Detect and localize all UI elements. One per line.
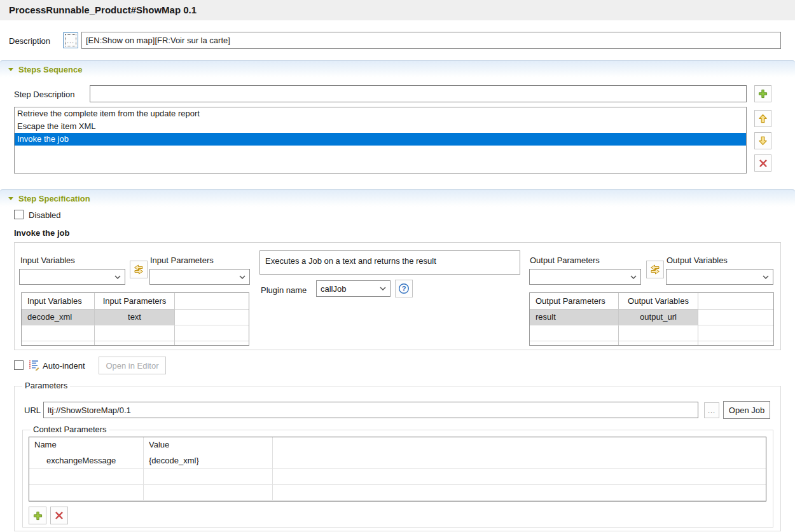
url-input[interactable] xyxy=(43,402,698,418)
step-list-item[interactable]: Escape the item XML xyxy=(15,120,746,133)
input-variables-dropdown[interactable] xyxy=(19,269,125,285)
table-row[interactable]: decode_xml text xyxy=(22,310,249,325)
page-title: ProcessRunnable_Product#ShowMap 0.1 xyxy=(0,0,795,20)
auto-indent-label: Auto-indent xyxy=(43,361,85,371)
table-cell[interactable]: {decode_xml} xyxy=(144,453,273,468)
chevron-down-icon xyxy=(763,275,769,279)
open-in-editor-button[interactable]: Open in Editor xyxy=(99,357,166,374)
column-header[interactable]: Output Parameters xyxy=(530,293,619,309)
plugin-description-box: Executes a Job on a text and returns the… xyxy=(259,250,520,275)
table-cell[interactable]: exchangeMessage xyxy=(29,453,144,468)
table-cell-empty xyxy=(698,310,773,325)
table-row-empty[interactable] xyxy=(530,325,773,341)
column-header[interactable]: Input Parameters xyxy=(95,293,175,309)
step-list-item[interactable]: Retrieve the complete item from the upda… xyxy=(15,107,746,120)
output-parameters-dropdown[interactable] xyxy=(529,269,641,285)
table-cell[interactable]: decode_xml xyxy=(22,310,95,325)
chevron-down-icon xyxy=(114,275,121,279)
delete-context-parameter-button[interactable] xyxy=(50,507,68,524)
column-header[interactable]: Value xyxy=(144,437,273,453)
arrow-down-icon xyxy=(758,136,768,146)
output-mapping-table: Output Parameters Output Variables resul… xyxy=(529,292,774,346)
column-header-empty xyxy=(273,437,766,453)
input-variables-label: Input Variables xyxy=(20,256,75,265)
collapse-arrow-icon xyxy=(8,197,13,200)
description-label: Description xyxy=(9,36,50,46)
plugin-help-button[interactable]: ? xyxy=(395,280,413,297)
table-cell[interactable]: output_url xyxy=(619,310,698,325)
open-job-button[interactable]: Open Job xyxy=(723,401,770,419)
column-header[interactable]: Name xyxy=(29,437,144,453)
swap-arrows-icon xyxy=(133,264,144,275)
output-variables-dropdown[interactable] xyxy=(666,269,773,285)
table-cell[interactable]: result xyxy=(530,310,619,325)
step-description-input[interactable] xyxy=(90,85,747,102)
auto-indent-icon xyxy=(28,359,39,371)
plugin-name-value: callJob xyxy=(321,284,346,294)
chevron-down-icon xyxy=(380,287,386,290)
column-header-empty xyxy=(175,293,249,309)
collapse-arrow-icon xyxy=(8,68,13,71)
svg-text:?: ? xyxy=(402,285,406,292)
plus-icon xyxy=(33,511,43,521)
help-icon: ? xyxy=(398,283,410,294)
output-parameters-label: Output Parameters xyxy=(530,256,600,265)
context-parameters-table: Name Value exchangeMessage {decode_xml} xyxy=(29,437,766,501)
disabled-label: Disabled xyxy=(29,210,61,220)
context-parameters-legend: Context Parameters xyxy=(31,425,109,434)
chevron-down-icon xyxy=(239,275,245,279)
table-cell-empty xyxy=(273,453,766,468)
input-parameters-label: Input Parameters xyxy=(150,256,214,265)
section-steps-sequence[interactable]: Steps Sequence xyxy=(0,60,795,78)
step-list-item-selected[interactable]: Invoke the job xyxy=(15,133,746,146)
table-row-empty[interactable] xyxy=(29,469,766,485)
step-specification-title: Step Specification xyxy=(18,194,90,203)
plus-icon xyxy=(758,89,768,99)
add-context-parameter-button[interactable] xyxy=(29,507,46,524)
input-mapping-table: Input Variables Input Parameters decode_… xyxy=(21,292,249,346)
table-row-empty[interactable] xyxy=(22,325,249,341)
arrow-up-icon xyxy=(758,114,768,123)
table-row[interactable]: exchangeMessage {decode_xml} xyxy=(29,453,766,469)
add-step-button[interactable] xyxy=(754,85,771,102)
url-label: URL xyxy=(24,406,41,415)
column-header[interactable]: Input Variables xyxy=(22,293,95,309)
description-input[interactable] xyxy=(81,32,781,49)
input-parameters-dropdown[interactable] xyxy=(149,269,250,285)
table-cell[interactable]: text xyxy=(95,310,175,325)
move-step-down-button[interactable] xyxy=(754,132,771,149)
step-title: Invoke the job xyxy=(14,228,69,238)
delete-step-button[interactable] xyxy=(754,154,771,172)
move-step-up-button[interactable] xyxy=(754,110,771,127)
table-row-empty[interactable] xyxy=(29,485,766,501)
plugin-name-label: Plugin name xyxy=(261,285,307,295)
delete-x-icon xyxy=(759,159,768,168)
table-header-row: Name Value xyxy=(29,437,766,453)
delete-x-icon xyxy=(55,511,64,520)
steps-list[interactable]: Retrieve the complete item from the upda… xyxy=(14,107,747,174)
parameters-legend: Parameters xyxy=(22,381,70,390)
swap-output-button[interactable] xyxy=(646,261,664,278)
output-variables-label: Output Variables xyxy=(667,256,728,265)
disabled-checkbox[interactable] xyxy=(14,210,24,219)
section-step-specification[interactable]: Step Specification xyxy=(0,189,795,207)
steps-sequence-title: Steps Sequence xyxy=(18,65,82,74)
step-description-label: Step Description xyxy=(14,90,74,99)
column-header[interactable]: Output Variables xyxy=(619,293,698,309)
chevron-down-icon xyxy=(630,275,637,279)
plugin-name-dropdown[interactable]: callJob xyxy=(316,280,391,297)
table-cell-empty xyxy=(175,310,249,325)
url-browse-button[interactable]: ... xyxy=(704,402,719,418)
table-row[interactable]: result output_url xyxy=(530,310,773,325)
description-browse-button[interactable]: ... xyxy=(63,32,78,48)
auto-indent-checkbox[interactable] xyxy=(14,360,24,370)
swap-input-button[interactable] xyxy=(130,261,148,278)
column-header-empty xyxy=(698,293,773,309)
swap-arrows-icon xyxy=(649,264,661,275)
